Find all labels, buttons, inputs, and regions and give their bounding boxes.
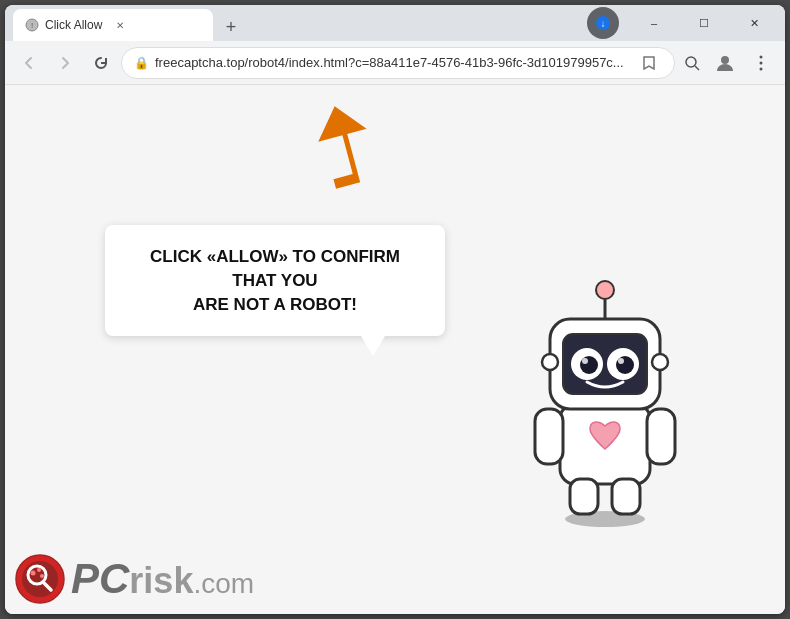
svg-rect-15 bbox=[647, 409, 675, 464]
tab-close-button[interactable]: ✕ bbox=[112, 17, 128, 33]
svg-point-8 bbox=[760, 61, 763, 64]
svg-rect-17 bbox=[612, 479, 640, 514]
svg-point-28 bbox=[596, 281, 614, 299]
title-bar: ! Click Allow ✕ + ↓ – ☐ ✕ bbox=[5, 5, 785, 41]
svg-point-30 bbox=[652, 354, 668, 370]
svg-text:!: ! bbox=[31, 21, 33, 30]
address-bar[interactable]: 🔒 freecaptcha.top/robot4/index.html?c=88… bbox=[121, 47, 675, 79]
svg-point-4 bbox=[686, 57, 696, 67]
tab-favicon: ! bbox=[25, 18, 39, 32]
address-icons bbox=[636, 50, 662, 76]
svg-rect-14 bbox=[535, 409, 563, 464]
pcrisk-brand-text: PCrisk.com bbox=[71, 558, 254, 600]
svg-point-9 bbox=[760, 67, 763, 70]
menu-button[interactable] bbox=[745, 47, 777, 79]
navigation-bar: 🔒 freecaptcha.top/robot4/index.html?c=88… bbox=[5, 41, 785, 85]
svg-rect-16 bbox=[570, 479, 598, 514]
bubble-text: CLICK «ALLOW» TO CONFIRM THAT YOU ARE NO… bbox=[129, 245, 421, 316]
svg-marker-11 bbox=[315, 105, 380, 190]
svg-point-36 bbox=[37, 568, 41, 572]
active-tab[interactable]: ! Click Allow ✕ bbox=[13, 9, 213, 41]
pcrisk-logo-icon bbox=[15, 554, 65, 604]
url-text: freecaptcha.top/robot4/index.html?c=88a4… bbox=[155, 55, 630, 70]
close-button[interactable]: ✕ bbox=[731, 5, 777, 41]
tab-bar: ! Click Allow ✕ + bbox=[13, 5, 587, 41]
back-button[interactable] bbox=[13, 47, 45, 79]
browser-window: ! Click Allow ✕ + ↓ – ☐ ✕ bbox=[5, 5, 785, 614]
svg-point-23 bbox=[580, 356, 598, 374]
svg-line-5 bbox=[695, 66, 699, 70]
new-tab-button[interactable]: + bbox=[217, 13, 245, 41]
speech-bubble: CLICK «ALLOW» TO CONFIRM THAT YOU ARE NO… bbox=[105, 225, 445, 336]
svg-text:↓: ↓ bbox=[601, 18, 606, 29]
robot-character bbox=[505, 274, 705, 514]
maximize-button[interactable]: ☐ bbox=[681, 5, 727, 41]
lock-icon: 🔒 bbox=[134, 56, 149, 70]
svg-point-26 bbox=[618, 358, 624, 364]
bookmark-icon[interactable] bbox=[636, 50, 662, 76]
pcrisk-watermark: PCrisk.com bbox=[15, 554, 254, 604]
svg-point-35 bbox=[31, 571, 36, 576]
minimize-button[interactable]: – bbox=[631, 5, 677, 41]
reload-button[interactable] bbox=[85, 47, 117, 79]
profile-button[interactable] bbox=[709, 47, 741, 79]
svg-point-7 bbox=[760, 55, 763, 58]
tab-title: Click Allow bbox=[45, 18, 102, 32]
window-controls: ↓ – ☐ ✕ bbox=[587, 5, 777, 41]
forward-button[interactable] bbox=[49, 47, 81, 79]
search-icon-btn[interactable] bbox=[679, 50, 705, 76]
profile-extension-icon[interactable]: ↓ bbox=[587, 7, 619, 39]
svg-point-29 bbox=[542, 354, 558, 370]
page-content: CLICK «ALLOW» TO CONFIRM THAT YOU ARE NO… bbox=[5, 85, 785, 614]
svg-point-25 bbox=[582, 358, 588, 364]
svg-point-24 bbox=[616, 356, 634, 374]
svg-point-6 bbox=[721, 56, 729, 64]
svg-point-37 bbox=[40, 574, 44, 578]
